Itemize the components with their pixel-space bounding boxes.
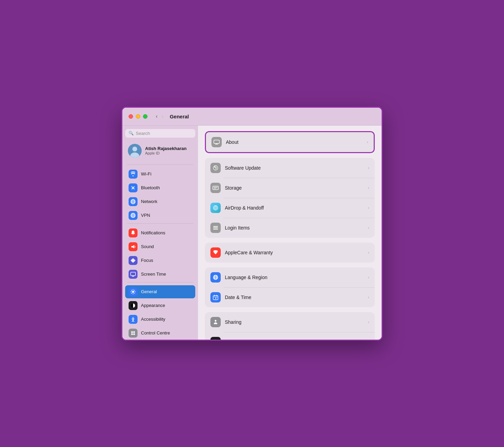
nav-buttons: ‹ › <box>154 113 165 120</box>
sidebar-item-network[interactable]: Network <box>125 195 195 208</box>
settings-label-storage: Storage <box>225 185 364 191</box>
settings-group-group5: Sharing› Time Machine› Transfer or Reset… <box>205 312 375 340</box>
main-content: About› Software Update› Storage› AirDrop… <box>198 126 382 340</box>
sidebar-item-notifications[interactable]: Notifications <box>125 226 195 240</box>
search-box[interactable]: 🔍 <box>125 129 195 138</box>
settings-groups: About› Software Update› Storage› AirDrop… <box>205 131 375 340</box>
settings-row-login-items[interactable]: Login Items› <box>205 218 375 238</box>
settings-icon-storage <box>210 183 221 193</box>
sidebar-item-screentime[interactable]: Screen Time <box>125 268 195 281</box>
search-input[interactable] <box>136 131 192 136</box>
sidebar-item-vpn[interactable]: VPN <box>125 209 195 222</box>
settings-row-about[interactable]: About› <box>205 131 375 153</box>
svg-point-1 <box>132 147 137 151</box>
user-profile[interactable]: Atish Rajasekharan Apple ID <box>125 142 195 160</box>
bluetooth-icon <box>129 183 138 192</box>
chevron-login-items: › <box>368 225 369 230</box>
sidebar-label-vpn: VPN <box>141 213 150 218</box>
sidebar-label-focus: Focus <box>141 258 153 263</box>
wifi-icon <box>129 170 138 179</box>
chevron-about: › <box>367 140 368 145</box>
chevron-software-update: › <box>368 166 369 170</box>
settings-label-software-update: Software Update <box>225 165 364 171</box>
sidebar-divider-3 <box>127 282 193 283</box>
settings-icon-airdrop <box>210 203 221 213</box>
settings-icon-applecare <box>210 247 221 258</box>
settings-icon-login-items <box>210 223 221 233</box>
settings-label-timemachine: Time Machine <box>225 339 364 340</box>
user-subtitle: Apple ID <box>145 151 187 155</box>
settings-label-airdrop: AirDrop & Handoff <box>225 205 364 211</box>
svg-point-28 <box>133 333 135 335</box>
sidebar-label-network: Network <box>141 199 157 204</box>
sidebar-item-accessibility[interactable]: Accessibility <box>125 313 195 326</box>
sidebar-item-appearance[interactable]: Appearance <box>125 299 195 312</box>
appearance-icon <box>129 301 138 310</box>
sidebar-item-wifi[interactable]: Wi-Fi <box>125 168 195 181</box>
focus-icon <box>129 256 138 265</box>
svg-rect-15 <box>131 272 135 276</box>
titlebar: ‹ › General <box>122 108 382 126</box>
content-area: 🔍 Atish Rajasekharan Apple ID <box>122 126 382 340</box>
settings-row-datetime[interactable]: Date & Time› <box>205 287 375 307</box>
sidebar-label-screentime: Screen Time <box>141 272 166 277</box>
settings-label-about: About <box>226 139 363 145</box>
settings-row-language[interactable]: Language & Region› <box>205 267 375 287</box>
maximize-button[interactable] <box>143 114 147 119</box>
general-icon <box>129 287 138 296</box>
chevron-language: › <box>368 275 369 280</box>
sound-icon <box>129 242 138 251</box>
settings-row-sharing[interactable]: Sharing› <box>205 312 375 332</box>
settings-row-applecare[interactable]: AppleCare & Warranty› <box>205 243 375 263</box>
svg-point-27 <box>131 333 133 335</box>
avatar <box>128 144 142 158</box>
user-name: Atish Rajasekharan <box>145 146 187 151</box>
sidebar-item-focus[interactable]: Focus <box>125 254 195 267</box>
sidebar-label-general: General <box>141 289 157 294</box>
controlcentre-icon <box>129 329 138 338</box>
sidebar-label-accessibility: Accessibility <box>141 317 165 322</box>
sidebar-label-sound: Sound <box>141 244 154 249</box>
svg-rect-40 <box>214 140 219 143</box>
sidebar: 🔍 Atish Rajasekharan Apple ID <box>122 126 198 340</box>
svg-line-24 <box>133 320 134 322</box>
svg-point-25 <box>131 331 133 333</box>
settings-label-language: Language & Region <box>225 275 364 280</box>
svg-point-50 <box>215 207 216 208</box>
forward-button[interactable]: › <box>160 113 165 120</box>
sidebar-item-sound[interactable]: Sound <box>125 240 195 253</box>
settings-group-group2: Software Update› Storage› AirDrop & Hand… <box>205 158 375 238</box>
settings-row-storage[interactable]: Storage› <box>205 178 375 198</box>
svg-point-18 <box>132 291 134 293</box>
svg-point-26 <box>133 331 135 333</box>
chevron-sharing: › <box>368 320 369 324</box>
settings-label-datetime: Date & Time <box>225 295 364 300</box>
sidebar-item-bluetooth[interactable]: Bluetooth <box>125 181 195 194</box>
back-button[interactable]: ‹ <box>154 113 159 120</box>
settings-icon-datetime <box>210 292 221 302</box>
search-icon: 🔍 <box>129 131 134 136</box>
svg-point-3 <box>133 175 134 176</box>
svg-marker-14 <box>131 245 134 248</box>
chevron-applecare: › <box>368 250 369 255</box>
settings-label-applecare: AppleCare & Warranty <box>225 250 364 255</box>
sidebar-label-notifications: Notifications <box>141 230 165 235</box>
settings-icon-software-update <box>210 163 221 173</box>
minimize-button[interactable] <box>136 114 140 119</box>
settings-label-login-items: Login Items <box>225 225 364 231</box>
sidebar-label-appearance: Appearance <box>141 303 165 308</box>
sidebar-item-general[interactable]: General <box>125 285 195 298</box>
user-info: Atish Rajasekharan Apple ID <box>145 146 187 155</box>
settings-group-group3: AppleCare & Warranty› <box>205 243 375 263</box>
sidebar-item-controlcentre[interactable]: Control Centre <box>125 327 195 340</box>
screentime-icon <box>129 270 138 279</box>
settings-icon-sharing <box>210 317 221 327</box>
sidebar-label-wifi: Wi-Fi <box>141 171 151 177</box>
settings-row-timemachine[interactable]: Time Machine› <box>205 332 375 340</box>
notifications-icon <box>129 228 138 237</box>
accessibility-icon <box>129 315 138 324</box>
settings-row-software-update[interactable]: Software Update› <box>205 158 375 178</box>
settings-row-airdrop[interactable]: AirDrop & Handoff› <box>205 198 375 218</box>
sidebar-label-controlcentre: Control Centre <box>141 330 170 336</box>
close-button[interactable] <box>129 114 133 119</box>
